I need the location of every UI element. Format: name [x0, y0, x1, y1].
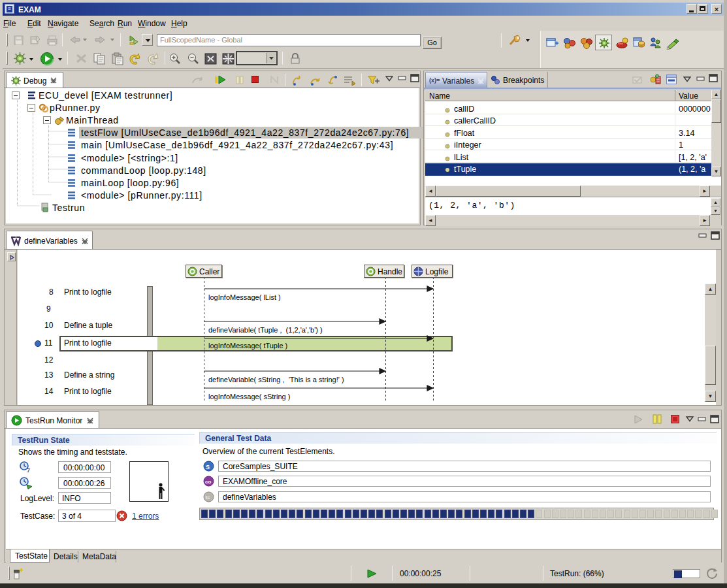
svg-text:7: 7 [27, 467, 30, 474]
svg-text:tc: tc [206, 495, 211, 500]
svg-text:S: S [206, 464, 210, 470]
svg-text:co: co [205, 479, 211, 485]
